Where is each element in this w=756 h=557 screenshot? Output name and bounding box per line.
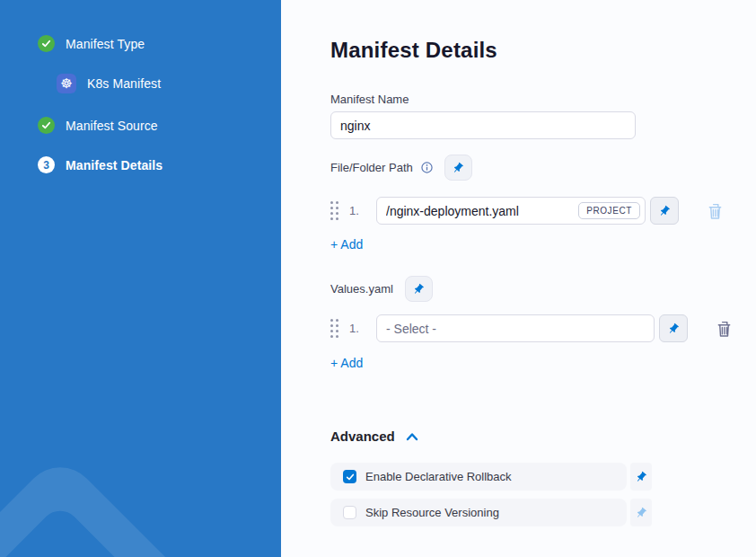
step-manifest-details[interactable]: 3 Manifest Details xyxy=(38,156,163,173)
values-yaml-header: Values.yaml xyxy=(330,276,433,302)
step-manifest-source[interactable]: Manifest Source xyxy=(38,117,158,134)
chevron-up-icon xyxy=(406,432,418,441)
check-circle-icon xyxy=(38,35,55,52)
drag-handle-icon[interactable] xyxy=(330,319,338,338)
check-circle-icon xyxy=(38,117,55,134)
pin-runtime-input-button[interactable] xyxy=(405,276,433,302)
step-label: Manifest Source xyxy=(66,119,158,133)
file-path-input-box: PROJECT xyxy=(376,197,646,225)
values-yaml-label: Values.yaml xyxy=(330,282,393,296)
manifest-name-input[interactable] xyxy=(330,111,636,139)
values-yaml-row: 1. - Select - xyxy=(330,314,733,342)
manifest-wizard-window: Manifest Type ☸ K8s Manifest Manifest So… xyxy=(0,0,756,557)
pin-runtime-input-button[interactable] xyxy=(444,155,472,181)
file-folder-path-label: File/Folder Path xyxy=(330,161,413,174)
option-row-skip-resource-versioning: Skip Resource Versioning xyxy=(330,499,652,526)
skip-resource-versioning-option[interactable]: Skip Resource Versioning xyxy=(330,499,627,526)
manifest-details-panel: Manifest Details Manifest Name File/Fold… xyxy=(281,0,756,557)
step-manifest-type[interactable]: Manifest Type xyxy=(38,35,145,52)
step-label: K8s Manifest xyxy=(87,76,161,91)
advanced-section-toggle[interactable]: Advanced xyxy=(330,429,418,444)
wizard-steps-sidebar: Manifest Type ☸ K8s Manifest Manifest So… xyxy=(0,0,281,557)
drag-handle-icon[interactable] xyxy=(330,201,338,220)
scope-badge: PROJECT xyxy=(578,202,640,219)
pin-icon xyxy=(655,202,673,220)
enable-declarative-rollback-option[interactable]: Enable Declarative Rollback xyxy=(330,463,627,491)
pin-icon xyxy=(409,280,427,298)
step-label: Manifest Details xyxy=(66,158,163,172)
trash-icon xyxy=(707,201,724,221)
step-label: Manifest Type xyxy=(66,37,145,51)
add-values-file-link[interactable]: + Add xyxy=(330,356,363,370)
select-placeholder: - Select - xyxy=(386,322,436,336)
row-index: 1. xyxy=(349,204,369,217)
add-file-path-link[interactable]: + Add xyxy=(330,237,363,252)
row-index: 1. xyxy=(349,322,369,335)
file-folder-path-header: File/Folder Path xyxy=(330,155,472,181)
info-icon[interactable] xyxy=(421,162,433,173)
file-path-row: 1. PROJECT xyxy=(330,197,724,225)
step-k8s-manifest[interactable]: ☸ K8s Manifest xyxy=(57,74,161,93)
kubernetes-icon: ☸ xyxy=(57,74,76,93)
pin-icon xyxy=(664,320,682,338)
trash-icon xyxy=(716,319,733,339)
pin-runtime-input-button[interactable] xyxy=(650,197,679,225)
step-number-badge: 3 xyxy=(38,156,55,173)
option-label: Enable Declarative Rollback xyxy=(365,470,512,483)
page-title: Manifest Details xyxy=(330,38,497,63)
pin-icon xyxy=(632,468,650,486)
option-row-declarative-rollback: Enable Declarative Rollback xyxy=(330,463,652,491)
delete-row-button[interactable] xyxy=(707,201,724,221)
pin-runtime-input-button[interactable] xyxy=(630,499,652,526)
checkbox-checked[interactable] xyxy=(343,470,356,483)
option-label: Skip Resource Versioning xyxy=(365,506,499,519)
checkbox-unchecked[interactable] xyxy=(343,506,356,519)
values-file-select[interactable]: - Select - xyxy=(376,314,655,342)
delete-row-button[interactable] xyxy=(716,319,733,339)
pin-icon xyxy=(632,504,650,522)
advanced-label: Advanced xyxy=(330,429,395,444)
pin-icon xyxy=(449,159,467,177)
pin-runtime-input-button[interactable] xyxy=(630,463,652,491)
pin-runtime-input-button[interactable] xyxy=(659,314,688,342)
file-path-input[interactable] xyxy=(386,204,578,218)
manifest-name-label: Manifest Name xyxy=(330,93,409,106)
